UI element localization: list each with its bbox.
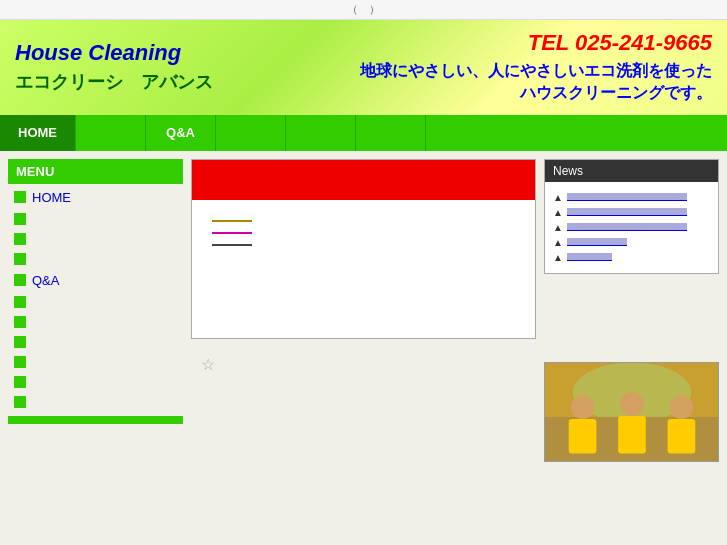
news-triangle-3: ▲ xyxy=(553,222,563,233)
news-content: ▲ ▲ ▲ ▲ ▲ xyxy=(545,182,718,273)
news-triangle-2: ▲ xyxy=(553,207,563,218)
sidebar-icon-10 xyxy=(14,376,26,388)
sidebar-icon-7 xyxy=(14,316,26,328)
sidebar-icon-3 xyxy=(14,233,26,245)
sidebar-item-7[interactable] xyxy=(8,312,183,332)
sidebar-item-9[interactable] xyxy=(8,352,183,372)
sidebar-icon-2 xyxy=(14,213,26,225)
banner-red xyxy=(192,160,535,200)
news-item-2: ▲ xyxy=(553,207,710,218)
sidebar-item-home[interactable]: HOME xyxy=(8,186,183,209)
site-subtitle: エコクリーシ アバンス xyxy=(15,70,213,94)
team-photo xyxy=(545,362,718,462)
news-triangle-1: ▲ xyxy=(553,192,563,203)
tagline: 地球にやさしい、人にやさしいエコ洗剤を使ったハウスクリーニングです。 xyxy=(233,60,712,105)
sidebar-bottom-bar xyxy=(8,416,183,424)
navbar: HOME Q&A xyxy=(0,115,727,151)
nav-item-home[interactable]: HOME xyxy=(0,115,76,151)
tel-number: TEL 025-241-9665 xyxy=(233,30,712,56)
sidebar-item-10[interactable] xyxy=(8,372,183,392)
nav-item-5[interactable] xyxy=(286,115,356,151)
banner-line-3 xyxy=(212,244,515,246)
news-item-5: ▲ xyxy=(553,252,710,263)
photo-area xyxy=(544,362,719,462)
news-link-5[interactable] xyxy=(567,253,612,261)
sidebar-label-qa: Q&A xyxy=(32,273,59,288)
site-title: House Cleaning xyxy=(15,40,213,66)
sidebar-item-11[interactable] xyxy=(8,392,183,412)
top-bar-text: （ ） xyxy=(347,3,380,15)
sidebar-item-8[interactable] xyxy=(8,332,183,352)
star-icon: ☆ xyxy=(201,356,215,373)
sidebar-icon-9 xyxy=(14,356,26,368)
nav-item-4[interactable] xyxy=(216,115,286,151)
svg-rect-4 xyxy=(569,419,597,454)
banner-content xyxy=(192,200,535,338)
news-triangle-4: ▲ xyxy=(553,237,563,248)
sidebar-item-4[interactable] xyxy=(8,249,183,269)
news-link-1[interactable] xyxy=(567,193,687,201)
news-item-4: ▲ xyxy=(553,237,710,248)
sidebar-item-3[interactable] xyxy=(8,229,183,249)
banner-box xyxy=(191,159,536,339)
sidebar-icon-11 xyxy=(14,396,26,408)
sidebar-menu-header: MENU xyxy=(8,159,183,184)
header-left: House Cleaning エコクリーシ アバンス xyxy=(15,40,213,94)
top-bar: （ ） xyxy=(0,0,727,20)
nav-item-2[interactable] xyxy=(76,115,146,151)
svg-rect-6 xyxy=(618,416,646,454)
header-right: TEL 025-241-9665 地球にやさしい、人にやさしいエコ洗剤を使ったハ… xyxy=(213,30,712,105)
news-link-3[interactable] xyxy=(567,223,687,231)
nav-item-6[interactable] xyxy=(356,115,426,151)
right-sidebar: News ▲ ▲ ▲ ▲ ▲ xyxy=(544,159,719,462)
sidebar-item-6[interactable] xyxy=(8,292,183,312)
news-box: News ▲ ▲ ▲ ▲ ▲ xyxy=(544,159,719,274)
nav-item-7[interactable] xyxy=(426,115,727,151)
sidebar-item-2[interactable] xyxy=(8,209,183,229)
sidebar-icon-qa xyxy=(14,274,26,286)
news-link-2[interactable] xyxy=(567,208,687,216)
news-header: News xyxy=(545,160,718,182)
svg-point-3 xyxy=(571,395,595,419)
nav-item-qa[interactable]: Q&A xyxy=(146,115,216,151)
news-item-3: ▲ xyxy=(553,222,710,233)
news-item-1: ▲ xyxy=(553,192,710,203)
star-area: ☆ xyxy=(191,347,536,382)
sidebar: MENU HOME Q&A xyxy=(8,159,183,462)
main-layout: MENU HOME Q&A xyxy=(0,151,727,470)
sidebar-icon-6 xyxy=(14,296,26,308)
center-content: ☆ xyxy=(191,159,536,462)
news-triangle-5: ▲ xyxy=(553,252,563,263)
sidebar-icon-4 xyxy=(14,253,26,265)
banner-line-2 xyxy=(212,232,515,234)
svg-point-7 xyxy=(670,395,694,419)
sidebar-label-home: HOME xyxy=(32,190,71,205)
svg-rect-8 xyxy=(668,419,696,454)
news-link-4[interactable] xyxy=(567,238,627,246)
banner-dash-2 xyxy=(212,232,252,234)
sidebar-icon xyxy=(14,191,26,203)
banner-dash-1 xyxy=(212,220,252,222)
sidebar-item-qa[interactable]: Q&A xyxy=(8,269,183,292)
banner-dash-3 xyxy=(212,244,252,246)
banner-line-1 xyxy=(212,220,515,222)
header: House Cleaning エコクリーシ アバンス TEL 025-241-9… xyxy=(0,20,727,115)
svg-point-5 xyxy=(620,392,644,416)
sidebar-icon-8 xyxy=(14,336,26,348)
